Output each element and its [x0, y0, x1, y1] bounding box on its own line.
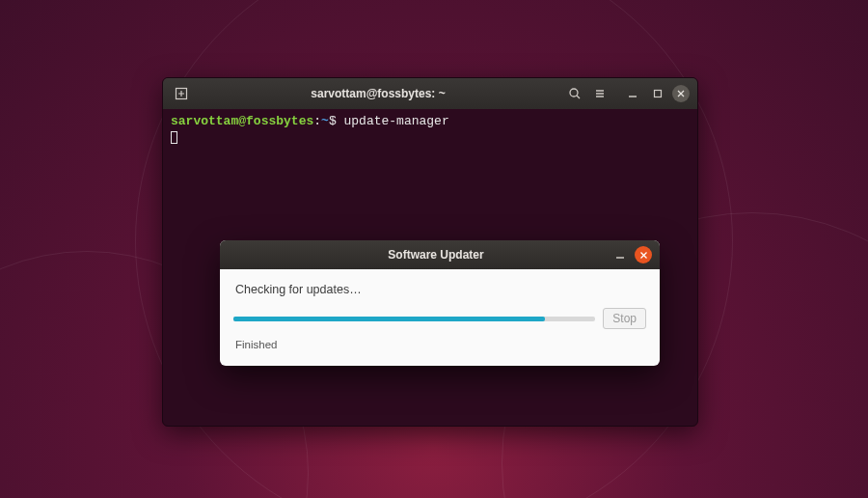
progress-bar [233, 317, 595, 321]
software-updater-window: Software Updater Checking for updates… S… [220, 240, 660, 366]
prompt-sep: : [313, 114, 321, 128]
prompt-at: @ [238, 114, 246, 128]
svg-line-4 [577, 96, 580, 98]
updater-body: Checking for updates… Stop Finished [220, 269, 660, 366]
terminal-command: update-manager [344, 114, 449, 128]
updater-title: Software Updater [266, 248, 606, 262]
stop-button[interactable]: Stop [603, 308, 646, 329]
cursor-icon [171, 131, 177, 144]
terminal-title: sarvottam@fossbytes: ~ [194, 87, 562, 100]
prompt-symbol: $ [329, 114, 337, 128]
updater-status: Finished [235, 339, 646, 350]
minimize-button[interactable] [611, 246, 629, 263]
terminal-cursor-line [171, 130, 690, 148]
hamburger-menu-icon[interactable] [589, 83, 610, 104]
maximize-button[interactable] [647, 83, 668, 104]
new-tab-icon[interactable] [171, 83, 192, 104]
prompt-user: sarvottam [171, 114, 238, 128]
svg-rect-9 [655, 91, 662, 97]
prompt-host: fossbytes [246, 114, 313, 128]
terminal-titlebar[interactable]: sarvottam@fossbytes: ~ [163, 78, 697, 109]
search-icon[interactable] [564, 83, 585, 104]
terminal-body[interactable]: sarvottam@fossbytes:~$ update-manager [163, 109, 697, 151]
terminal-line: sarvottam@fossbytes:~$ update-manager [171, 113, 690, 130]
close-button[interactable] [672, 85, 690, 102]
updater-titlebar[interactable]: Software Updater [220, 240, 660, 269]
updater-heading: Checking for updates… [235, 283, 646, 296]
svg-point-3 [570, 89, 578, 97]
prompt-path: ~ [321, 114, 329, 128]
progress-fill [233, 317, 545, 321]
updater-progress-row: Stop [233, 308, 646, 329]
close-button[interactable] [635, 246, 652, 263]
minimize-button[interactable] [622, 83, 643, 104]
